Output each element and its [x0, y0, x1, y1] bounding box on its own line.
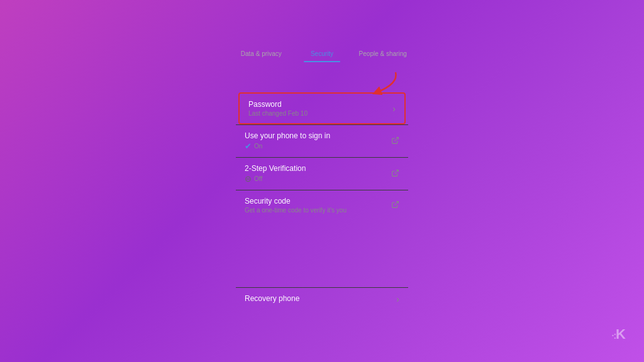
password-title: Password	[248, 100, 392, 109]
tab-data-privacy[interactable]: Data & privacy	[231, 45, 292, 62]
recovery-phone-title: Recovery phone	[245, 294, 396, 303]
tab-security[interactable]: Security	[292, 45, 353, 62]
phone-signin-title: Use your phone to sign in	[245, 131, 391, 140]
tab-people-sharing[interactable]: People & sharing	[352, 45, 413, 62]
password-chevron-icon: ›	[392, 104, 396, 114]
watermark: ·:K	[612, 323, 625, 343]
svg-line-4	[394, 170, 398, 173]
status-off-icon: ⊖	[245, 174, 252, 184]
svg-line-5	[394, 201, 398, 205]
phone-signin-content: Use your phone to sign in ✔ On	[245, 131, 391, 151]
password-item[interactable]: Password Last changed Feb 10 ›	[240, 94, 404, 123]
security-code-title: Security code	[245, 197, 391, 206]
phone-signin-external-icon	[391, 136, 399, 146]
phone-signin-item[interactable]: Use your phone to sign in ✔ On	[236, 124, 408, 157]
security-code-external-icon	[391, 200, 399, 211]
security-code-subtitle: Get a one-time code to verify it's you	[245, 207, 391, 214]
recovery-phone-item[interactable]: Recovery phone ›	[236, 287, 408, 310]
two-step-external-icon	[391, 169, 399, 179]
security-code-item[interactable]: Security code Get a one-time code to ver…	[236, 190, 408, 220]
two-step-content: 2-Step Verification ⊖ Off	[245, 164, 391, 184]
security-code-content: Security code Get a one-time code to ver…	[245, 197, 391, 214]
red-arrow-annotation	[358, 71, 402, 95]
password-subtitle: Last changed Feb 10	[248, 110, 392, 117]
password-item-content: Password Last changed Feb 10	[248, 100, 392, 117]
two-step-item[interactable]: 2-Step Verification ⊖ Off	[236, 157, 408, 190]
tab-bar: Data & privacy Security People & sharing	[231, 45, 413, 63]
recovery-phone-content: Recovery phone	[245, 294, 396, 304]
annotation-container: Password Last changed Feb 10 ›	[236, 92, 408, 124]
status-on-icon: ✔	[245, 141, 252, 151]
phone-frame: 3:08 ▪▪▪ wifi 43% ✕ Google Account ? A	[231, 5, 413, 357]
recovery-phone-chevron-icon: ›	[396, 294, 399, 304]
phone-signin-subtitle: ✔ On	[245, 141, 391, 151]
two-step-subtitle: ⊖ Off	[245, 174, 391, 184]
svg-line-3	[394, 137, 398, 141]
two-step-title: 2-Step Verification	[245, 164, 391, 173]
password-highlight-box: Password Last changed Feb 10 ›	[238, 92, 406, 124]
